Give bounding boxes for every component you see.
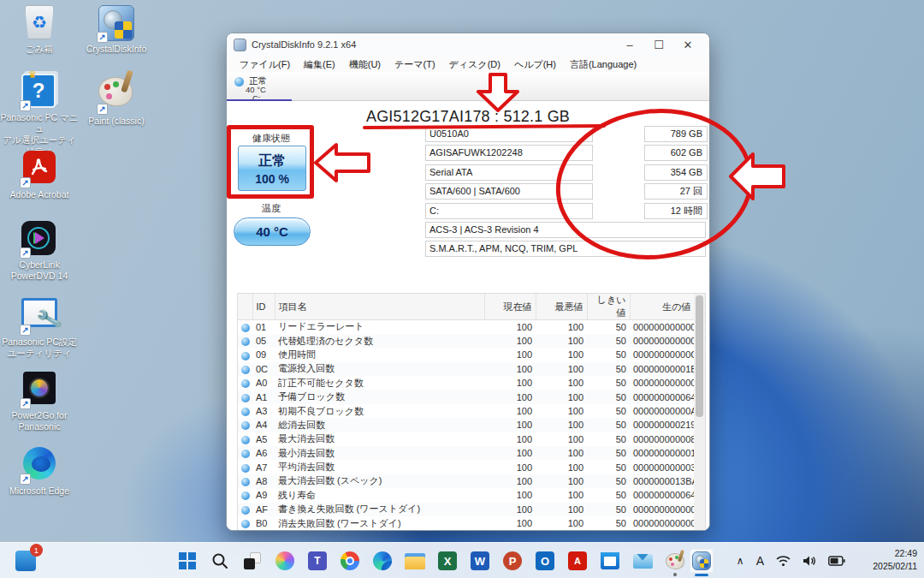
menu-item[interactable]: 言語(Language)	[564, 57, 643, 73]
cell-raw: 000000000000	[630, 376, 695, 390]
table-scrollbar[interactable]	[694, 294, 705, 531]
shortcut-arrow-icon: ↗	[97, 32, 108, 43]
header-id[interactable]: ID	[252, 294, 275, 320]
taskbar-chrome-button[interactable]	[338, 549, 362, 573]
table-row[interactable]: A8 最大消去回数 (スペック) 100 100 50 0000000013BA	[238, 474, 695, 488]
table-row[interactable]: A3 初期不良ブロック数 100 100 50 00000000000A	[238, 404, 695, 418]
menu-item[interactable]: 編集(E)	[298, 57, 341, 73]
table-row[interactable]: 0C 電源投入回数 100 100 50 00000000001B	[238, 362, 695, 376]
table-row[interactable]: A1 予備ブロック数 100 100 50 000000000064	[238, 390, 695, 403]
menu-item[interactable]: ディスク(D)	[443, 57, 506, 73]
table-row[interactable]: AF 書き換え失敗回数 (ワーストダイ) 100 100 50 00000000…	[238, 503, 695, 516]
taskbar-mail-button[interactable]	[631, 549, 654, 573]
health-status-button[interactable]: 正常 100 %	[238, 146, 306, 191]
desktop-icon-recycle-bin[interactable]: ♻ ごみ箱	[0, 5, 79, 55]
copilot-icon	[275, 551, 294, 570]
taskbar-paint-button[interactable]	[663, 549, 687, 573]
powerpoint-icon: P	[503, 551, 522, 570]
cell-id: B1	[252, 530, 275, 531]
cell-current: 100	[484, 362, 536, 376]
taskbar-explorer-button[interactable]	[403, 549, 427, 573]
taskbar-excel-button[interactable]: X	[435, 549, 459, 573]
table-row[interactable]: A7 平均消去回数 100 100 50 000000000003	[238, 460, 695, 474]
header-current[interactable]: 現在値	[484, 294, 536, 320]
close-button[interactable]: ✕	[673, 34, 702, 55]
header-threshold[interactable]: しきい値	[587, 294, 630, 320]
table-row[interactable]: B0 消去失敗回数 (ワーストダイ) 100 100 50 0000000000…	[238, 516, 695, 530]
table-row[interactable]: A9 残り寿命 100 100 50 000000000064	[238, 488, 695, 502]
desktop-icon-paint[interactable]: ↗ Paint (classic)	[77, 77, 156, 127]
drive-tab-c[interactable]: 正常 40 °C C:	[227, 73, 292, 101]
volume-icon[interactable]	[803, 555, 816, 567]
taskbar-powerpoint-button[interactable]: P	[500, 549, 524, 573]
table-row[interactable]: A0 訂正不可能セクタ数 100 100 50 000000000000	[238, 376, 695, 390]
menu-item[interactable]: ファイル(F)	[234, 57, 296, 73]
cell-worst: 100	[536, 418, 587, 432]
desktop-icon-edge[interactable]: ↗ Microsoft Edge	[0, 447, 79, 497]
cell-raw: 000000000003	[630, 460, 695, 474]
teams-icon: T	[308, 551, 327, 570]
header-raw[interactable]: 生の値	[630, 294, 695, 320]
tray-expand-chevron-icon[interactable]: ∧	[737, 555, 744, 567]
taskbar-copilot-button[interactable]	[273, 549, 297, 573]
battery-icon[interactable]	[828, 556, 845, 566]
cell-name: 訂正不可能セクタ数	[275, 376, 484, 390]
table-row[interactable]: A6 最小消去回数 100 100 50 000000000001	[238, 446, 695, 460]
desktop-icon-pc-settings[interactable]: 🔧↗ Panasonic PC設定 ユーティリティ	[0, 298, 79, 359]
field-value: C:	[425, 203, 593, 219]
shortcut-arrow-icon: ↗	[20, 100, 31, 111]
cell-threshold: 50	[587, 348, 630, 361]
cell-worst: 100	[536, 516, 587, 530]
header-name[interactable]: 項目名	[275, 294, 484, 320]
cell-current: 100	[484, 503, 536, 516]
wifi-icon[interactable]	[776, 555, 791, 567]
cell-name: 最小消去回数	[275, 446, 484, 460]
title-bar[interactable]: CrystalDiskInfo 9.2.1 x64 – ☐ ✕	[227, 33, 709, 56]
taskbar-notification-app[interactable]: 1	[14, 549, 38, 573]
row-status-cell	[238, 348, 252, 361]
table-row[interactable]: 05 代替処理済のセクタ数 100 100 50 000000000000	[238, 334, 695, 348]
taskbar-crystaldiskinfo-button[interactable]	[690, 549, 714, 573]
cell-name: 書き換え失敗回数 (ワーストダイ)	[275, 503, 484, 516]
cell-worst: 100	[536, 334, 587, 348]
health-status-value: 正常	[239, 152, 305, 170]
header-worst[interactable]: 最悪値	[536, 294, 587, 320]
cell-worst: 100	[536, 446, 587, 460]
row-status-cell	[238, 418, 252, 432]
taskbar-search-button[interactable]	[208, 549, 232, 573]
row-status-cell	[238, 446, 252, 460]
maximize-button[interactable]: ☐	[644, 34, 673, 55]
taskbar-word-button[interactable]: W	[468, 549, 492, 573]
table-row[interactable]: A4 総消去回数 100 100 50 000000000219	[238, 418, 695, 432]
menu-item[interactable]: 機能(U)	[343, 57, 387, 73]
desktop-icon-crystaldiskinfo[interactable]: ↗ CrystalDiskInfo	[77, 5, 156, 55]
table-row[interactable]: A5 最大消去回数 100 100 50 000000000008	[238, 432, 695, 446]
icon-label: CrystalDiskInfo	[77, 44, 156, 55]
taskbar-outlook-button[interactable]: O	[533, 549, 557, 573]
menu-item[interactable]: テーマ(T)	[388, 57, 441, 73]
taskbar-edge-button[interactable]	[370, 549, 394, 573]
desktop-icon-powerdvd[interactable]: ↗ CyberLink PowerDVD 14	[0, 221, 79, 282]
minimize-button[interactable]: –	[615, 34, 644, 55]
desktop-icon-power2go[interactable]: ↗ Power2Go for Panasonic	[0, 372, 79, 432]
scrollbar-thumb[interactable]	[696, 295, 703, 417]
taskbar-clock[interactable]: 22:49 2025/02/11	[873, 547, 917, 573]
taskbar-teams-button[interactable]: T	[305, 549, 329, 573]
shortcut-arrow-icon: ↗	[97, 104, 108, 115]
table-row[interactable]: B1 総ウェアレベリング回数 100 100 50 000000000000	[238, 530, 695, 531]
cell-raw: 000000000000	[630, 530, 695, 531]
notification-badge: 1	[30, 544, 43, 557]
taskbar-store-button[interactable]	[598, 549, 622, 573]
temperature-button[interactable]: 40 °C	[234, 217, 311, 246]
table-row[interactable]: 01 リードエラーレート 100 100 50 000000000000	[238, 320, 695, 334]
menu-item[interactable]: ヘルプ(H)	[508, 57, 562, 73]
taskbar-task-view-button[interactable]	[240, 549, 264, 573]
taskbar-start-button[interactable]	[175, 549, 199, 573]
taskbar-acrobat-button[interactable]: A	[566, 549, 589, 573]
good-status-dot-icon	[241, 492, 250, 500]
table-row[interactable]: 09 使用時間 100 100 50 00000000000C	[238, 348, 695, 361]
desktop-icon-acrobat[interactable]: ↗ Adobe Acrobat	[0, 151, 79, 200]
row-status-cell	[238, 334, 252, 348]
desktop-icon-panasonic-manual[interactable]: ♛?↗ Panasonic PC マニュ アル選択ユーティリティ	[0, 74, 79, 157]
ime-indicator[interactable]: A	[756, 554, 764, 568]
